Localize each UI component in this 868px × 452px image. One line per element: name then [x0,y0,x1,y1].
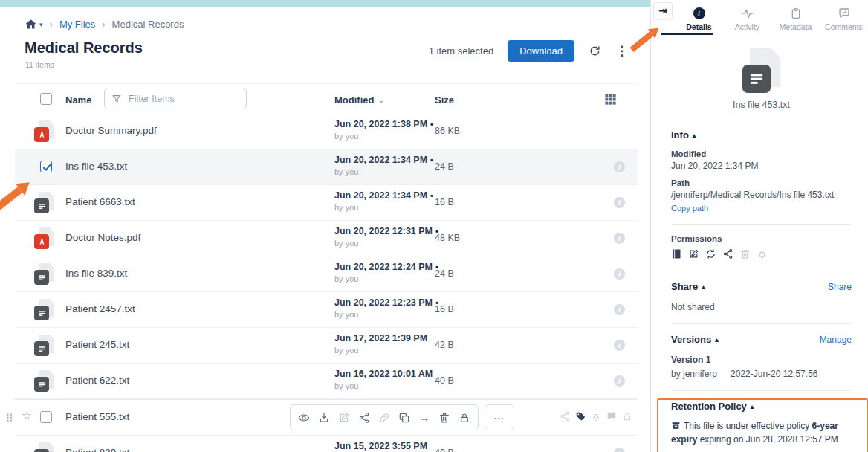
tag-status-icon[interactable] [575,411,586,422]
file-name[interactable]: Patient 555.txt [65,411,129,422]
preview-action-icon[interactable] [298,412,310,424]
table-row[interactable]: Doctor Summary.pdfJun 20, 2022 1:38 PM• … [15,114,638,149]
manage-versions-link[interactable]: Manage [820,335,852,345]
file-name[interactable]: Doctor Summary.pdf [65,125,157,136]
copy-action-icon[interactable] [398,412,410,424]
versions-section-header[interactable]: Versions▴ [671,334,719,345]
lock-status-icon[interactable] [622,411,632,422]
file-name[interactable]: Patient 622.txt [65,375,129,386]
caret-up-icon: ▴ [715,336,719,343]
column-header-modified[interactable]: Modified ⌄ [334,94,385,106]
column-header-name[interactable]: Name [65,94,91,106]
txt-file-icon [34,442,54,452]
table-row[interactable]: Patient 2457.txtJun 20, 2022 12:23 PM• b… [15,292,638,328]
table-row[interactable]: Patient 245.txtJun 17, 2022 1:39 PM by y… [15,328,638,364]
file-name[interactable]: Ins file 453.txt [65,161,127,172]
pdf-file-icon [34,120,54,142]
file-name[interactable]: Patient 245.txt [65,339,129,350]
link-action-icon[interactable] [378,412,390,424]
info-icon[interactable]: i [614,304,625,315]
permission-notify-icon[interactable] [757,248,768,259]
selection-count: 1 item selected [429,45,493,56]
edit-action-icon[interactable] [338,412,350,424]
file-name[interactable]: Patient 839.txt [65,447,129,452]
table-row[interactable]: Doctor Notes.pdfJun 20, 2022 12:31 PM• b… [15,221,638,256]
permission-delete-icon[interactable] [739,248,751,259]
grid-view-button[interactable] [603,92,618,106]
breadcrumb-separator-icon: › [50,19,53,30]
info-icon[interactable]: i [614,448,625,452]
tab-comments[interactable]: Comments [820,0,868,36]
pdf-file-icon [34,227,54,249]
share-link[interactable]: Share [828,282,852,292]
panel-file-name: Ins file 453.txt [733,100,790,110]
tab-details[interactable]: i Details [675,0,723,36]
table-row[interactable]: Ins file 453.txtJun 20, 2022 1:34 PM• by… [15,149,638,185]
move-action-icon[interactable]: → [418,412,430,424]
permission-read-icon[interactable] [671,248,682,259]
info-icon[interactable]: i [614,375,625,387]
bell-status-icon[interactable] [591,411,601,422]
permission-share-icon[interactable] [722,248,733,259]
path-value: /jenniferp/Medical Records/Ins file 453.… [671,190,852,200]
info-icon[interactable]: i [614,233,625,244]
table-row[interactable]: Patient 6663.txtJun 20, 2022 1:34 PM• by… [15,185,638,221]
info-icon[interactable]: i [614,197,625,208]
file-name[interactable]: Ins file 839.txt [65,268,127,279]
info-icon[interactable]: i [614,340,625,351]
breadcrumb-my-files[interactable]: My Files [59,19,95,30]
details-panel: ⇥ i Details Activity Metadata Comments I… [650,0,868,452]
version-number: Version 1 [671,355,852,365]
file-size: 48 KB [435,233,460,243]
modified-label: Modified [671,149,852,158]
tab-activity[interactable]: Activity [723,0,771,36]
permission-sync-icon[interactable] [705,248,716,259]
copy-path-link[interactable]: Copy path [671,204,852,213]
select-all-checkbox[interactable] [40,93,52,105]
download-button[interactable]: Download [508,40,574,62]
table-row[interactable]: Patient 622.txtJun 16, 2022 10:01 AM by … [15,364,638,399]
info-icon[interactable]: i [614,268,625,280]
txt-file-icon [34,370,54,392]
file-name[interactable]: Patient 2457.txt [65,303,135,314]
share-section-header[interactable]: Share▴ [671,281,705,292]
lock-action-icon[interactable] [459,412,470,424]
share-status-icon[interactable] [560,411,570,422]
modified-by: by you [334,239,358,248]
delete-action-icon[interactable] [438,412,450,424]
more-options-button[interactable]: ⋮ [615,45,628,57]
modified-by: by you [334,132,358,141]
column-header-size[interactable]: Size [435,94,454,106]
retention-box-icon [671,421,681,430]
comment-status-icon[interactable] [606,411,617,422]
table-row[interactable]: ☆ Patient 555.txt→ ⋯ [15,399,638,436]
row-checkbox[interactable] [40,161,52,172]
favorite-star-icon[interactable]: ☆ [22,410,31,421]
download-action-icon[interactable] [318,412,330,424]
refresh-button[interactable] [589,45,601,57]
row-checkbox[interactable] [40,411,52,423]
drag-handle-icon[interactable] [4,412,15,422]
modified-date: Jun 17, 2022 1:39 PM [334,333,427,343]
file-list: Doctor Summary.pdfJun 20, 2022 1:38 PM• … [15,114,638,452]
share-action-icon[interactable] [358,412,370,424]
info-icon[interactable]: i [614,161,625,172]
info-section-header[interactable]: Info▴ [671,129,852,141]
grid-view-icon [603,92,618,106]
table-row[interactable]: Ins file 839.txtJun 20, 2022 12:24 PM• b… [15,256,638,292]
tab-metadata[interactable]: Metadata [771,0,820,36]
collapse-panel-button[interactable]: ⇥ [653,2,673,19]
version-timestamp: 2022-Jun-20 12:57:56 [731,369,817,379]
filter-input[interactable] [127,93,239,105]
txt-file-icon [34,299,54,320]
divider [671,390,852,391]
retention-section-header[interactable]: Retention Policy▴ [671,401,852,412]
table-row[interactable]: Patient 839.txtJun 15, 2022 3:55 PM by y… [15,436,638,452]
file-name[interactable]: Patient 6663.txt [65,196,135,207]
status-dot-icon: • [430,155,433,164]
txt-file-icon [742,48,781,93]
home-breadcrumb-button[interactable]: ▾ [25,18,43,30]
more-actions-button[interactable]: ⋯ [485,404,514,430]
permission-write-icon[interactable] [688,248,699,259]
file-name[interactable]: Doctor Notes.pdf [65,232,140,243]
